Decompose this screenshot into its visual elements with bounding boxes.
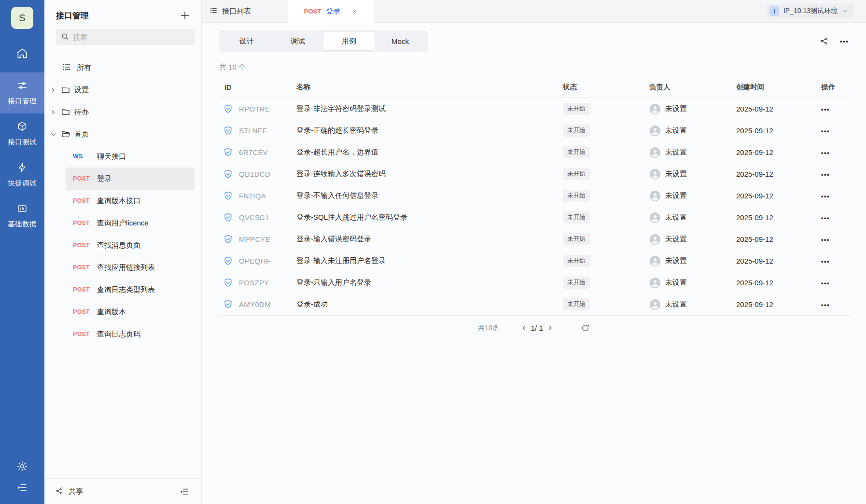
collapse-panel-icon[interactable]	[180, 487, 190, 497]
api-list-item[interactable]: POST 查询版本	[66, 301, 195, 323]
created-date: 2025-09-12	[736, 213, 773, 222]
workspace-logo[interactable]: S	[11, 7, 33, 29]
api-list-item[interactable]: POST 查询版本接口	[66, 190, 195, 212]
status-badge: 未开始	[563, 168, 590, 180]
prev-page-icon[interactable]	[520, 324, 528, 332]
api-list-item[interactable]: POST 查询日志页码	[66, 323, 195, 345]
tree-folder-settings[interactable]: 设置	[44, 79, 201, 101]
api-list-item[interactable]: POST 查找应用链接列表	[66, 256, 195, 279]
tab-api-list[interactable]: 接口列表	[202, 0, 288, 22]
table-row[interactable]: QVC5G1 登录-SQL注入跳过用户名密码登录 未开始	[219, 207, 849, 228]
view-tab-label: Mock	[391, 37, 409, 45]
shield-check-icon	[223, 212, 233, 223]
tree-folder-todo[interactable]: 待办	[44, 101, 201, 123]
environment-select[interactable]: I IP_10.13测试环境	[767, 4, 853, 18]
api-list-item[interactable]: POST 查询日志类型列表	[66, 279, 195, 301]
table-body: RPOTRE 登录-非法字符密码登录测试 未开始	[219, 98, 849, 316]
list-icon	[62, 62, 71, 73]
tab-method-label: POST	[304, 8, 321, 15]
status-badge: 未开始	[563, 146, 590, 158]
tree-item-all[interactable]: 所有	[44, 56, 201, 79]
avatar-icon	[649, 277, 661, 289]
view-tab[interactable]: Mock	[375, 32, 426, 50]
shield-check-icon	[223, 299, 233, 309]
row-actions-icon[interactable]: •••	[821, 171, 830, 178]
shield-check-icon	[223, 169, 233, 179]
table-header-row: ID 名称 状态 负责人 创建时间 操作	[219, 77, 849, 98]
rail-item-api-test[interactable]: 接口测试	[0, 113, 44, 154]
add-api-button[interactable]	[179, 10, 191, 21]
api-method-label: POST	[73, 286, 94, 293]
shield-check-icon	[223, 278, 233, 288]
api-list-item[interactable]: POST 查找消息页面	[66, 234, 195, 256]
more-actions-icon[interactable]: •••	[840, 38, 849, 45]
created-date: 2025-09-12	[736, 235, 773, 243]
rail-item-base-data[interactable]: 基础数据	[0, 196, 44, 237]
owner-label: 未设置	[665, 278, 687, 287]
row-actions-icon[interactable]: •••	[821, 236, 830, 243]
folder-icon	[61, 107, 70, 117]
share-icon[interactable]	[820, 37, 828, 45]
table-row[interactable]: 6R7CEV 登录-超长用户名，边界值 未开始	[219, 141, 849, 163]
api-method-label: POST	[73, 264, 94, 271]
api-list-item[interactable]: WS 聊天接口	[66, 145, 195, 168]
home-button[interactable]	[0, 41, 44, 68]
search-box[interactable]	[56, 29, 195, 45]
collapse-sidebar-icon[interactable]	[16, 482, 28, 493]
search-input[interactable]	[73, 33, 190, 41]
api-method-label: POST	[73, 242, 94, 249]
avatar-icon	[649, 234, 661, 245]
table-row[interactable]: MPPCYE 登录-输入错误密码登录 未开始	[219, 228, 849, 250]
tree-folder-home[interactable]: 首页	[44, 123, 201, 145]
shield-check-icon	[223, 256, 233, 266]
view-tab-label: 用例	[342, 37, 356, 46]
created-date: 2025-09-12	[736, 126, 773, 135]
rail-item-quick-debug[interactable]: 快捷调试	[0, 154, 44, 196]
table-row[interactable]: RPOTRE 登录-非法字符密码登录测试 未开始	[219, 98, 849, 120]
document-tab-strip: 接口列表 POST 登录 I IP_10.13测试环境	[202, 0, 866, 23]
next-page-icon[interactable]	[546, 324, 554, 332]
row-actions-icon[interactable]: •••	[821, 106, 830, 113]
api-name-label: 登录	[97, 174, 112, 183]
table-row[interactable]: QD1DCD 登录-连续输入多次错误密码 未开始	[219, 163, 849, 185]
case-id: MPPCYE	[239, 235, 270, 243]
case-id: QVC5G1	[239, 213, 269, 222]
row-actions-icon[interactable]: •••	[821, 127, 830, 135]
table-row[interactable]: OPEQHF 登录-输入未注册用户名登录 未开始	[219, 250, 849, 272]
table-row[interactable]: AMY0DM 登录-成功 未开始	[219, 294, 849, 315]
share-button[interactable]: 共享	[55, 487, 83, 497]
api-list-item[interactable]: POST 查询用户licence	[66, 212, 195, 234]
chevron-right-icon	[50, 109, 57, 116]
table-row[interactable]: POSZPY 登录-只输入用户名登录 未开始	[219, 272, 849, 294]
status-badge: 未开始	[563, 125, 590, 137]
rail-bottom	[16, 461, 28, 504]
tree-item-label: 所有	[77, 63, 91, 72]
avatar-icon	[649, 147, 661, 158]
table-row[interactable]: S7LNFF 登录-正确的超长密码登录 未开始	[219, 120, 849, 141]
search-icon	[61, 32, 69, 42]
pagination-total: 共10条	[478, 324, 499, 333]
rail-item-api-manage[interactable]: 接口管理	[0, 72, 44, 113]
status-badge: 未开始	[563, 233, 590, 245]
row-actions-icon[interactable]: •••	[821, 301, 830, 308]
case-name: 登录-非法字符密码登录测试	[296, 104, 386, 112]
refresh-icon[interactable]	[581, 323, 590, 333]
data-chart-icon	[16, 203, 28, 216]
table-row[interactable]: FN2IQA 登录-不输入任何信息登录 未开始	[219, 185, 849, 207]
api-name-label: 查找消息页面	[97, 241, 140, 250]
view-tab[interactable]: 用例	[323, 32, 375, 50]
avatar-icon	[649, 103, 661, 115]
row-actions-icon[interactable]: •••	[821, 193, 830, 200]
avatar-icon	[649, 190, 661, 202]
row-actions-icon[interactable]: •••	[821, 258, 830, 265]
row-actions-icon[interactable]: •••	[821, 214, 830, 222]
api-list-item[interactable]: POST 登录	[66, 168, 195, 190]
tab-login-active[interactable]: POST 登录	[288, 0, 374, 23]
row-actions-icon[interactable]: •••	[821, 280, 830, 287]
row-actions-icon[interactable]: •••	[821, 149, 830, 156]
settings-gear-icon[interactable]	[16, 461, 28, 472]
view-tab[interactable]: 调试	[272, 32, 323, 50]
close-icon[interactable]	[351, 8, 358, 15]
case-name: 登录-成功	[296, 300, 328, 308]
view-tab[interactable]: 设计	[221, 32, 272, 50]
